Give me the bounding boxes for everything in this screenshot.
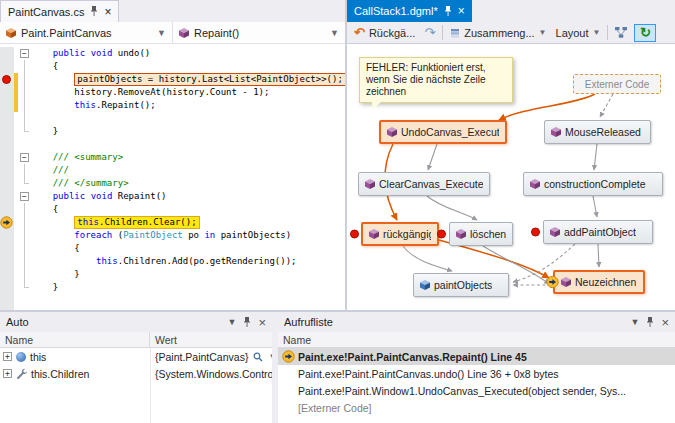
code-text[interactable]: this.Children.Add(po.getRendering()); [31,255,345,268]
code-line[interactable] [0,112,345,125]
node-clearcanvas-executed[interactable]: ClearCanvas_Executed [358,172,490,196]
breakpoint-margin[interactable] [0,281,14,294]
fold-margin[interactable] [18,99,31,112]
fold-margin[interactable] [18,281,31,294]
node-loeschen[interactable]: löschen [449,222,513,246]
pin-icon[interactable] [90,6,98,17]
code-line[interactable]: this.Children.Add(po.getRendering()); [0,255,345,268]
breakpoint-margin[interactable] [0,138,14,151]
layout-dropdown[interactable]: Layout ▼ [554,26,603,40]
code-text[interactable]: } [31,268,345,281]
node-paintobjects[interactable]: paintObjects [413,273,509,297]
breakpoint-margin[interactable] [0,242,14,255]
fold-margin[interactable] [18,255,31,268]
stack-frame[interactable]: Paint.exe!Paint.PaintCanvas.Repaint() Li… [278,348,675,365]
fold-margin[interactable] [18,73,31,86]
class-dropdown[interactable]: Paint.PaintCanvas ▼ [0,22,172,43]
breakpoint-margin[interactable] [0,255,14,268]
column-header-name[interactable]: Name [278,334,675,346]
fold-margin[interactable] [18,229,31,242]
close-icon[interactable]: × [458,6,465,16]
breakpoint-margin[interactable] [0,151,14,164]
breakpoint-margin[interactable] [0,99,14,112]
fold-margin[interactable] [18,86,31,99]
breakpoint-margin[interactable] [0,203,14,216]
code-text[interactable]: } [31,125,345,138]
node-addpaintobject[interactable]: addPaintObject [543,220,653,244]
code-line[interactable]: /// </summary> [0,177,345,190]
fold-margin[interactable]: − [18,151,31,164]
code-text[interactable]: public void Repaint() [31,190,345,203]
breakpoint-margin[interactable] [0,177,14,190]
fold-collapse-icon[interactable]: − [20,192,29,201]
fold-margin[interactable] [18,125,31,138]
node-neuzeichnen[interactable]: Neuzeichnen [553,270,645,294]
code-text[interactable]: } [31,281,345,294]
watch-value-cell[interactable]: {Paint.PaintCanvas}▼ [150,351,272,363]
close-icon[interactable]: × [258,316,266,329]
magnifier-icon[interactable] [253,352,263,362]
error-note[interactable]: FEHLER: Funktioniert erst, wenn Sie die … [359,57,513,103]
fold-margin[interactable] [18,177,31,190]
code-text[interactable] [31,294,345,310]
redo-button[interactable]: ↷ [422,25,437,40]
node-externer-code[interactable]: Externer Code [573,74,661,94]
fold-margin[interactable] [18,112,31,125]
code-line[interactable]: /// [0,164,345,177]
code-text[interactable]: foreach (PaintObject po in paintObjects) [31,229,345,242]
code-line[interactable]: foreach (PaintObject po in paintObjects) [0,229,345,242]
code-line[interactable] [0,138,345,151]
method-dropdown[interactable]: Repaint() ▼ [172,22,345,43]
fold-margin[interactable]: − [18,47,31,60]
expand-icon[interactable]: + [3,369,12,378]
code-line[interactable]: this.Repaint(); [0,99,345,112]
fold-collapse-icon[interactable]: − [20,49,29,58]
code-line[interactable]: − /// <summary> [0,151,345,164]
code-line[interactable]: { [0,60,345,73]
code-text[interactable]: public void undo() [31,47,345,60]
code-text[interactable]: history.RemoveAt(history.Count - 1); [31,86,345,99]
watch-row[interactable]: +this{Paint.PaintCanvas}▼ [0,348,272,365]
breakpoint-margin[interactable] [0,268,14,281]
code-line[interactable]: this.Children.Clear(); [0,216,345,229]
code-line[interactable]: { [0,203,345,216]
fold-margin[interactable]: − [18,190,31,203]
code-text[interactable]: /// [31,164,345,177]
code-text[interactable]: this.Children.Clear(); [31,216,345,229]
undo-button[interactable]: ↶ Rückgä... [352,25,417,40]
window-menu-icon[interactable]: ▼ [630,318,639,327]
node-mousereleased[interactable]: MouseReleased [544,120,651,144]
fold-margin[interactable] [18,164,31,177]
pin-icon[interactable] [646,317,654,328]
column-header-value[interactable]: Wert [150,334,272,346]
fold-margin[interactable] [18,203,31,216]
node-undocanvas-executed[interactable]: UndoCanvas_Executed [379,120,507,144]
callstack-title-bar[interactable]: Aufrufliste ▼ × [278,312,675,332]
code-text[interactable]: this.Repaint(); [31,99,345,112]
code-line[interactable]: } [0,268,345,281]
fold-collapse-icon[interactable]: − [20,153,29,162]
code-line[interactable]: history.RemoveAt(history.Count - 1); [0,86,345,99]
fold-margin[interactable] [18,138,31,151]
fold-margin[interactable] [18,242,31,255]
node-constructioncomplete[interactable]: constructionComplete [523,172,663,196]
code-text[interactable]: { [31,60,345,73]
code-line[interactable]: paintObjects = history.Last<List<PaintOb… [0,73,345,86]
code-text[interactable]: /// <summary> [31,151,345,164]
code-line[interactable]: { [0,242,345,255]
stack-frame[interactable]: Paint.exe!Paint.PaintCanvas.undo() Line … [278,365,675,382]
breakpoint-margin[interactable] [0,86,14,99]
code-text[interactable]: { [31,242,345,255]
code-text[interactable]: paintObjects = history.Last<List<PaintOb… [31,73,345,86]
pin-icon[interactable] [444,6,452,17]
code-line[interactable]: } [0,125,345,138]
pin-icon[interactable] [243,317,251,328]
close-icon[interactable]: × [104,7,111,17]
breakpoint-margin[interactable] [0,125,14,138]
watch-row[interactable]: +this.Children{System.Windows.Controls..… [0,365,272,382]
breakpoint-margin[interactable] [0,229,14,242]
graph-button[interactable] [613,26,629,39]
code-area[interactable]: − public void undo() { paintObjects = hi… [0,44,345,310]
code-line[interactable]: − public void undo() [0,47,345,60]
code-text[interactable] [31,112,345,125]
